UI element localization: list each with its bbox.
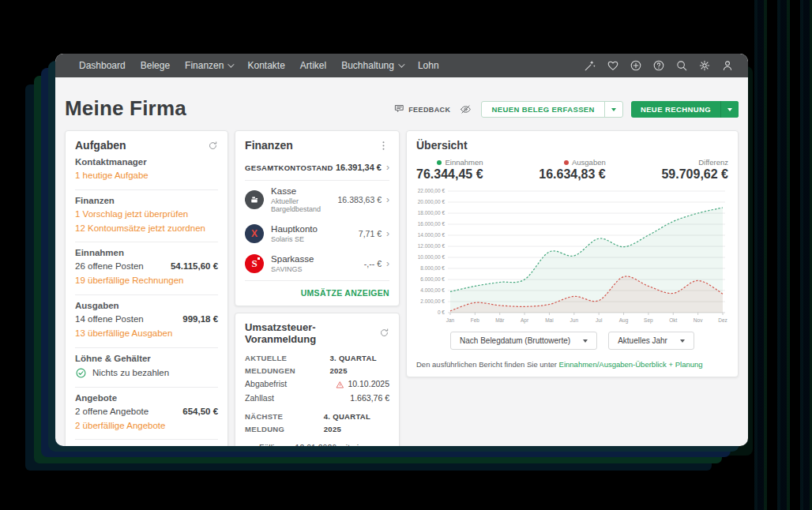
account-name: Kasse <box>271 186 330 197</box>
svg-text:22.000,00 €: 22.000,00 € <box>418 188 445 193</box>
aufgaben-title: Aufgaben <box>75 139 126 152</box>
chevron-right-icon: › <box>386 228 389 239</box>
page-content: Meine Firma FEEDBACK NEUEN BELEG ERFASSE… <box>55 77 748 446</box>
svg-text:Feb: Feb <box>471 317 480 323</box>
svg-text:12.000,00 €: 12.000,00 € <box>418 243 445 249</box>
account-row-sparkasse[interactable]: SSparkasseSAVINGS-,-- €› <box>245 249 389 279</box>
account-row-kasse[interactable]: KasseAktueller Bargeldbestand16.383,63 €… <box>245 181 389 219</box>
task-value: 999,18 € <box>182 313 218 327</box>
gesamtkontostand-row[interactable]: GESAMTKONTOSTAND 16.391,34 €› <box>245 155 389 181</box>
nav-item-dashboard[interactable]: Dashboard <box>79 60 126 71</box>
kebab-icon <box>378 140 389 152</box>
neuen-beleg-erfassen-button[interactable]: NEUEN BELEG ERFASSEN <box>481 101 622 118</box>
nav-item-label: Finanzen <box>185 60 224 71</box>
account-row-hauptkonto[interactable]: XHauptkontoSolaris SE7,71 €› <box>245 219 389 249</box>
heart-button[interactable] <box>607 59 619 72</box>
main-nav: DashboardBelegeFinanzenKontakteArtikelBu… <box>79 60 439 71</box>
neue-rechnung-button[interactable]: NEUE RECHNUNG <box>631 101 739 118</box>
svg-text:14.000,00 €: 14.000,00 € <box>418 232 445 238</box>
task-link[interactable]: 1 heutige Aufgabe <box>75 169 218 183</box>
aufgaben-section-kontaktmanager: Kontaktmanager1 heutige Aufgabe <box>75 152 218 190</box>
magic-wand-button[interactable] <box>584 59 596 72</box>
hide-amounts-icon[interactable] <box>460 103 472 115</box>
desktop-background: DashboardBelegeFinanzenKontakteArtikelBu… <box>0 0 812 510</box>
task-row[interactable]: 2 offene Angebote654,50 € <box>75 405 218 419</box>
task-row[interactable]: 26 offene Posten54.115,60 € <box>75 260 218 274</box>
page-title: Meine Firma <box>65 96 186 121</box>
task-link[interactable]: 13 überfällige Ausgaben <box>75 327 218 341</box>
heart-icon <box>607 59 619 72</box>
feedback-button[interactable]: FEEDBACK <box>394 103 450 115</box>
belegdatum-filter-dropdown[interactable]: Nach Belegdatum (Bruttowerte) <box>450 332 597 350</box>
task-link[interactable]: 2 überfällige Angebote <box>75 419 218 433</box>
task-row[interactable]: 14 offene Posten999,18 € <box>75 313 218 327</box>
warning-triangle-icon <box>336 381 344 389</box>
ustva-card-header: Umsatzsteuer-Voranmeldung <box>245 321 389 345</box>
nav-item-buchhaltung[interactable]: Buchhaltung <box>341 60 403 71</box>
refresh-icon[interactable] <box>379 328 389 338</box>
svg-text:18.000,00 €: 18.000,00 € <box>418 210 445 216</box>
nav-item-belege[interactable]: Belege <box>141 60 170 71</box>
account-list: KasseAktueller Bargeldbestand16.383,63 €… <box>245 181 389 279</box>
nav-item-label: Kontakte <box>247 60 284 71</box>
uebersicht-title: Übersicht <box>416 139 468 152</box>
plus-circle-icon <box>630 59 642 72</box>
chart-footer-text: Den ausführlichen Bericht finden Sie unt… <box>416 360 559 369</box>
refresh-icon[interactable] <box>208 141 218 151</box>
sparkasse-s-icon: S <box>245 254 264 273</box>
due-row: Fällig am 12.01.2026 mit einer Zahllast … <box>245 443 389 446</box>
task-link[interactable]: 12 Kontoumsätze jetzt zuordnen <box>75 222 218 236</box>
finanzen-title: Finanzen <box>245 139 293 152</box>
dropdown-caret[interactable] <box>604 102 622 117</box>
nothing-to-pay-row: Nichts zu bezahlen <box>75 366 218 381</box>
svg-text:Dez: Dez <box>718 317 727 323</box>
svg-text:0 €: 0 € <box>438 309 445 315</box>
gear-icon <box>698 59 711 72</box>
section-label: Löhne & Gehälter <box>75 354 218 363</box>
stat-differenz: Differenz59.709,62 € <box>661 158 728 182</box>
task-text: 13 überfällige Ausgaben <box>75 327 172 341</box>
gesamtkontostand-label: GESAMTKONTOSTAND <box>245 163 333 172</box>
uebersicht-card-header: Übersicht <box>416 139 728 152</box>
task-link[interactable]: 1 Vorschlag jetzt überprüfen <box>75 208 218 222</box>
magic-wand-icon <box>584 59 596 72</box>
task-text: 1 Vorschlag jetzt überprüfen <box>75 208 188 222</box>
bericht-link[interactable]: Einnahmen/Ausgaben-Überblick + Planung <box>559 360 703 369</box>
gear-button[interactable] <box>698 59 711 72</box>
svg-text:Mai: Mai <box>545 317 553 323</box>
aufgaben-section-einnahmen: Einnahmen26 offene Posten54.115,60 €19 ü… <box>75 242 218 295</box>
nav-item-lohn[interactable]: Lohn <box>418 60 439 71</box>
kebab-menu-icon[interactable] <box>378 140 389 152</box>
help-circle-button[interactable] <box>652 59 665 72</box>
svg-text:2.000,00 €: 2.000,00 € <box>420 298 445 304</box>
plus-circle-button[interactable] <box>630 59 642 72</box>
finanzen-card-header: Finanzen <box>245 139 389 152</box>
header-actions: FEEDBACK NEUEN BELEG ERFASSENNEUE RECHNU… <box>394 101 739 121</box>
svg-text:16.000,00 €: 16.000,00 € <box>418 221 445 227</box>
aufgaben-section-l-hne-geh-lter: Löhne & GehälterNichts zu bezahlen <box>75 348 218 388</box>
umsaetze-anzeigen-link[interactable]: UMSÄTZE ANZEIGEN <box>245 280 389 298</box>
nav-item-artikel[interactable]: Artikel <box>300 60 326 71</box>
search-button[interactable] <box>675 59 688 72</box>
svg-text:Nov: Nov <box>694 317 703 323</box>
chevron-right-icon: › <box>386 194 389 205</box>
einnahmen-ausgaben-chart: 0 €2.000,00 €4.000,00 €6.000,00 €8.000,0… <box>416 185 728 328</box>
task-text: 26 offene Posten <box>75 260 144 274</box>
dropdown-caret[interactable] <box>720 101 739 118</box>
uebersicht-card: Übersicht Einnahmen76.344,45 €Ausgaben16… <box>406 130 739 377</box>
svg-text:Mär: Mär <box>495 317 505 323</box>
zeitraum-filter-dropdown[interactable]: Aktuelles Jahr <box>608 332 694 350</box>
task-link[interactable]: 19 überfällige Rechnungen <box>75 274 218 288</box>
aktuelle-meldungen-label: AKTUELLE MELDUNGEN <box>245 352 329 377</box>
svg-text:Sep: Sep <box>644 317 653 324</box>
user-button[interactable] <box>721 59 734 72</box>
cash-register-icon <box>249 194 260 205</box>
account-balance: -,-- € <box>364 259 382 268</box>
button-label: NEUEN BELEG ERFASSEN <box>482 102 603 117</box>
account-subtitle: Solaris SE <box>271 235 318 243</box>
nav-item-kontakte[interactable]: Kontakte <box>247 60 284 71</box>
ustva-row-label: Zahllast <box>245 392 274 406</box>
nav-item-finanzen[interactable]: Finanzen <box>185 60 232 71</box>
stat-label: Differenz <box>661 158 728 167</box>
ustva-row-abgabefrist: Abgabefrist10.10.2025 <box>245 377 389 392</box>
